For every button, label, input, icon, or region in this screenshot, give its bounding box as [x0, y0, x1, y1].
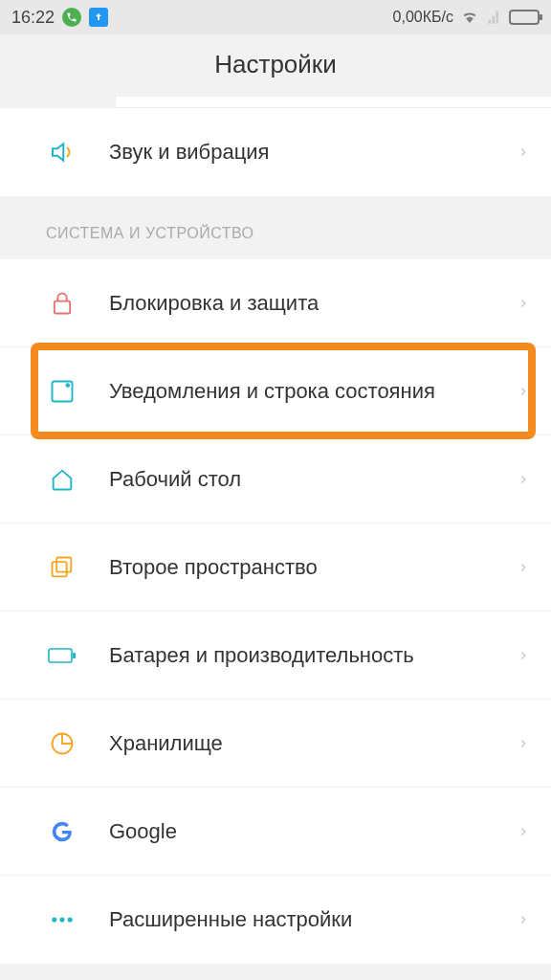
data-rate: 0,00КБ/с: [393, 9, 453, 26]
google-icon: [46, 818, 78, 845]
signal-icon: [486, 10, 503, 25]
speaker-icon: [46, 138, 78, 167]
chevron-right-icon: [517, 557, 530, 578]
item-label: Хранилище: [109, 731, 517, 756]
item-label: Блокировка и защита: [109, 291, 517, 316]
second-space-icon: [46, 554, 78, 581]
page-title: Настройки: [0, 50, 551, 79]
chevron-right-icon: [517, 142, 530, 163]
lock-icon: [46, 290, 78, 317]
chevron-right-icon: [517, 469, 530, 490]
svg-rect-5: [49, 649, 72, 662]
svg-point-9: [59, 917, 64, 922]
item-storage[interactable]: Хранилище: [0, 700, 551, 788]
svg-rect-4: [53, 562, 67, 576]
status-bar: 16:22 0,00КБ/с: [0, 0, 551, 34]
notification-bar-icon: [46, 378, 78, 405]
item-lock[interactable]: Блокировка и защита: [0, 259, 551, 347]
item-label: Рабочий стол: [109, 467, 517, 492]
chevron-right-icon: [517, 733, 530, 754]
item-label: Звук и вибрация: [109, 140, 517, 165]
item-second-space[interactable]: Второе пространство: [0, 523, 551, 612]
wifi-icon: [459, 9, 480, 26]
svg-rect-3: [56, 557, 71, 571]
item-home[interactable]: Рабочий стол: [0, 435, 551, 523]
svg-point-8: [52, 917, 56, 922]
item-notifications[interactable]: Уведомления и строка состояния: [0, 347, 551, 435]
storage-pie-icon: [46, 730, 78, 757]
more-dots-icon: [46, 906, 78, 933]
partial-item: [115, 97, 551, 108]
section-header-system: СИСТЕМА И УСТРОЙСТВО: [0, 196, 551, 259]
chevron-right-icon: [517, 821, 530, 842]
item-sound[interactable]: Звук и вибрация: [0, 108, 551, 196]
battery-performance-icon: [46, 645, 78, 666]
item-battery[interactable]: Батарея и производительность: [0, 612, 551, 700]
upload-icon: [89, 8, 108, 27]
chevron-right-icon: [517, 293, 530, 314]
status-time: 16:22: [11, 8, 55, 28]
chevron-right-icon: [517, 909, 530, 930]
chevron-right-icon: [517, 645, 530, 666]
svg-point-2: [66, 383, 71, 388]
svg-rect-0: [55, 301, 70, 313]
svg-point-10: [68, 917, 73, 922]
home-icon: [46, 466, 78, 493]
item-label: Батарея и производительность: [109, 643, 517, 668]
chevron-right-icon: [517, 381, 530, 402]
item-label: Второе пространство: [109, 555, 517, 580]
item-advanced[interactable]: Расширенные настройки: [0, 876, 551, 964]
item-label: Расширенные настройки: [109, 907, 517, 932]
item-google[interactable]: Google: [0, 788, 551, 876]
item-label: Google: [109, 819, 517, 844]
battery-icon: [509, 10, 540, 25]
phone-call-icon: [62, 8, 81, 27]
svg-rect-6: [73, 653, 76, 658]
item-label: Уведомления и строка состояния: [109, 379, 517, 404]
page-header: Настройки: [0, 34, 551, 97]
